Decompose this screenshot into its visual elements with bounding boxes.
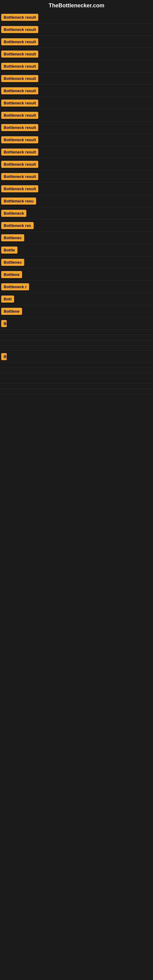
results-list: Bottleneck resultBottleneck resultBottle… [0,11,153,394]
bottleneck-result-badge[interactable]: Bottleneck result [1,112,38,119]
list-item: B [0,318,153,330]
bottleneck-result-badge[interactable]: Bottlene [1,271,22,278]
bottleneck-result-badge[interactable]: Bottlene [1,308,22,315]
bottleneck-result-badge[interactable]: Bottleneck result [1,75,38,82]
list-item: Bottleneck result [0,146,153,158]
list-item: Bottleneck result [0,109,153,122]
list-item: Bottleneck result [0,97,153,109]
list-item: Bottlene [0,305,153,318]
list-item [0,340,153,345]
list-item: Bottleneck result [0,24,153,36]
bottleneck-result-badge[interactable]: Bottleneck result [1,38,38,45]
bottleneck-result-badge[interactable]: Bottleneck result [1,51,38,57]
list-item [0,373,153,379]
list-item: Bottleneck r [0,281,153,293]
bottleneck-result-badge[interactable]: Bottleneck res [1,222,33,229]
bottleneck-result-badge[interactable]: Bottleneck resu [1,197,36,205]
list-item: Bottleneck resu [0,195,153,207]
bottleneck-result-badge[interactable]: Bottleneck result [1,173,38,180]
bottleneck-result-badge[interactable]: Bottleneck result [1,100,38,107]
list-item: Bottleneck result [0,122,153,134]
list-item [0,389,153,394]
list-item: Bottlenec [0,232,153,244]
list-item: Bottleneck [0,207,153,220]
list-item [0,345,153,351]
list-item: Bott [0,293,153,305]
bottleneck-result-badge[interactable]: Bottleneck result [1,136,38,143]
list-item: Bottleneck result [0,170,153,183]
bottleneck-result-badge[interactable]: Bottleneck result [1,26,38,33]
list-item: Bottleneck result [0,134,153,146]
list-item [0,330,153,335]
list-item: Bottleneck result [0,85,153,97]
bottleneck-result-badge[interactable]: Bottleneck result [1,161,38,168]
bottleneck-result-badge[interactable]: B [1,320,7,327]
bottleneck-result-badge[interactable]: Bottleneck result [1,63,38,70]
list-item: Bottleneck result [0,73,153,85]
bottleneck-result-badge[interactable]: Bottleneck result [1,148,38,156]
bottleneck-result-badge[interactable]: B [1,353,7,360]
list-item [0,379,153,384]
list-item: Bottlenec [0,256,153,269]
site-title: TheBottlenecker.com [0,0,153,11]
list-item [0,368,153,373]
list-item: Bottlene [0,269,153,281]
list-item: Bottleneck result [0,158,153,170]
list-item: Bottleneck result [0,60,153,73]
bottleneck-result-badge[interactable]: Bottlenec [1,234,24,241]
bottleneck-result-badge[interactable]: Bottle [1,247,18,254]
bottleneck-result-badge[interactable]: Bottlenec [1,259,24,266]
bottleneck-result-badge[interactable]: Bottleneck r [1,283,29,290]
bottleneck-result-badge[interactable]: Bottleneck result [1,14,38,21]
bottleneck-result-badge[interactable]: Bottleneck result [1,124,38,131]
bottleneck-result-badge[interactable]: Bottleneck result [1,87,38,94]
list-item: Bottleneck result [0,183,153,195]
list-item [0,335,153,340]
list-item: Bottleneck result [0,11,153,24]
list-item [0,384,153,389]
list-item: Bottleneck res [0,220,153,232]
bottleneck-result-badge[interactable]: Bottleneck [1,210,26,217]
bottleneck-result-badge[interactable]: Bott [1,296,14,302]
list-item: Bottleneck result [0,36,153,48]
bottleneck-result-badge[interactable]: Bottleneck result [1,185,38,192]
list-item: Bottleneck result [0,48,153,60]
list-item [0,363,153,368]
list-item: B [0,351,153,363]
list-item: Bottle [0,244,153,256]
